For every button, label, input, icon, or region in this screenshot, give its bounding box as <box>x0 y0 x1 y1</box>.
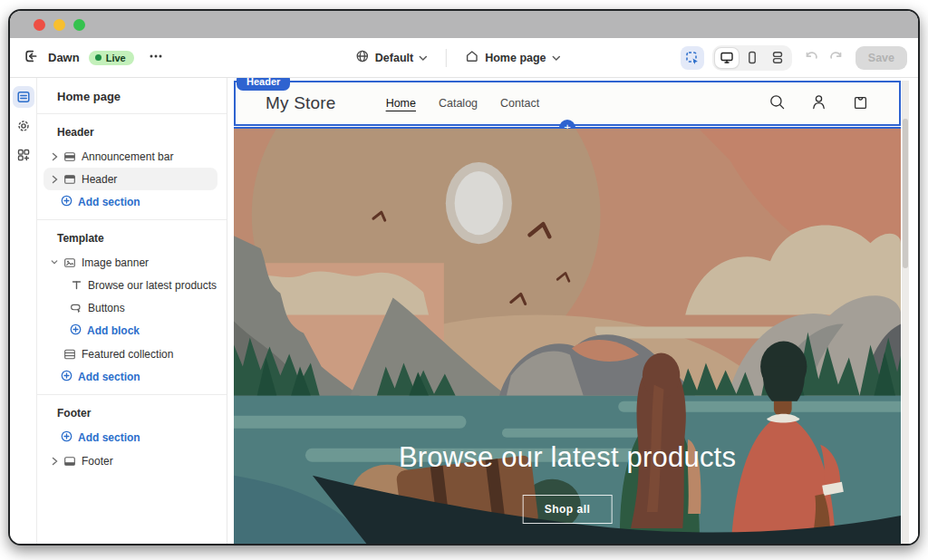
theme-name: Dawn <box>48 51 80 64</box>
sidebar-group-template: Template Image banner Browse our latest … <box>37 220 227 394</box>
add-section-button[interactable]: Add section <box>37 365 227 389</box>
announcement-bar-icon <box>63 150 76 163</box>
hero-heading: Browse our latest products <box>234 441 901 474</box>
add-section-button[interactable]: Add section <box>37 190 227 214</box>
chevron-down-icon <box>552 52 561 64</box>
toolbar-left-group: Dawn Live <box>10 48 163 68</box>
toolbar-divider <box>446 49 447 67</box>
nav-link-catalog[interactable]: Catalog <box>439 97 478 110</box>
group-label: Header <box>37 121 227 145</box>
text-block-icon <box>70 279 82 292</box>
editor-main: Home page Header Announcement bar Header… <box>10 78 918 546</box>
toolbar-right-group: Save <box>681 45 918 71</box>
storefront-preview: Header My Store Home Catalog Contact + <box>234 81 901 546</box>
shop-all-button[interactable]: Shop all <box>523 495 613 524</box>
mobile-preview-button[interactable] <box>740 48 764 68</box>
locale-selector[interactable]: Default <box>355 49 428 66</box>
browser-window: Dawn Live Default <box>8 9 920 546</box>
plus-circle-icon <box>70 323 82 338</box>
locale-selected-label: Default <box>375 52 413 64</box>
footer-section-icon <box>63 455 76 468</box>
hero-illustration <box>234 129 901 546</box>
add-block-button[interactable]: Add block <box>37 319 227 343</box>
chevron-right-icon[interactable] <box>51 152 58 161</box>
add-section-label: Add section <box>78 196 140 208</box>
store-header-icons <box>768 93 869 114</box>
toolbar-center-group: Default Home page <box>355 38 561 77</box>
section-row-announcement-bar[interactable]: Announcement bar <box>37 145 227 168</box>
desktop-preview-button[interactable] <box>715 48 739 68</box>
sidebar-page-title: Home page <box>37 78 227 113</box>
sidebar-group-header: Header Announcement bar Header Add secti… <box>37 114 227 219</box>
plus-circle-icon <box>61 430 72 445</box>
block-row-heading[interactable]: Browse our latest products <box>37 274 227 296</box>
section-label: Header <box>82 173 117 186</box>
add-section-label: Add section <box>78 431 140 444</box>
sections-sidebar: Home page Header Announcement bar Header… <box>37 78 227 546</box>
section-label: Announcement bar <box>82 150 173 163</box>
theme-preview-area: Header My Store Home Catalog Contact + <box>227 78 918 546</box>
chevron-down-icon <box>419 52 428 64</box>
plus-circle-icon <box>61 195 72 209</box>
featured-collection-icon <box>63 348 76 361</box>
add-section-label: Add section <box>78 371 140 383</box>
undo-icon[interactable] <box>804 49 819 66</box>
inspector-toggle-button[interactable] <box>681 46 704 70</box>
save-button[interactable]: Save <box>856 46 907 70</box>
section-row-featured-collection[interactable]: Featured collection <box>37 343 227 365</box>
history-buttons <box>804 49 844 66</box>
search-icon[interactable] <box>768 93 786 114</box>
live-label: Live <box>106 53 126 63</box>
device-preview-segmented-control <box>712 45 792 71</box>
block-label: Buttons <box>88 302 125 314</box>
rail-theme-settings-gear-icon[interactable] <box>13 115 34 137</box>
block-row-buttons[interactable]: Buttons <box>37 296 227 319</box>
section-label: Featured collection <box>82 348 173 361</box>
image-banner-icon <box>63 256 76 269</box>
section-row-header[interactable]: Header <box>44 168 218 190</box>
store-name[interactable]: My Store <box>266 93 336 113</box>
chevron-right-icon[interactable] <box>51 457 58 466</box>
fullscreen-preview-button[interactable] <box>766 48 789 68</box>
window-titlebar <box>10 11 918 38</box>
block-label: Browse our latest products <box>88 279 217 292</box>
account-icon[interactable] <box>810 93 827 114</box>
nav-link-home[interactable]: Home <box>386 97 416 110</box>
live-dot-icon <box>95 54 102 61</box>
group-label: Template <box>37 227 227 251</box>
minimize-window-button[interactable] <box>53 19 65 31</box>
left-icon-rail <box>10 78 37 546</box>
cart-icon[interactable] <box>852 93 869 114</box>
buttons-block-icon <box>70 302 82 314</box>
sidebar-group-footer: Footer Add section Footer <box>37 395 227 478</box>
add-section-button[interactable]: Add section <box>37 426 227 449</box>
more-options-button[interactable] <box>149 49 163 67</box>
header-section-icon <box>63 173 76 186</box>
selected-section-badge: Header <box>237 78 290 91</box>
page-selector[interactable]: Home page <box>465 49 560 66</box>
plus-circle-icon <box>61 370 72 384</box>
editor-toolbar: Dawn Live Default <box>10 38 918 78</box>
rail-sections-icon[interactable] <box>13 86 34 108</box>
group-label: Footer <box>37 401 227 426</box>
section-label: Image banner <box>82 256 149 269</box>
store-nav: Home Catalog Contact <box>386 97 540 110</box>
rail-apps-icon[interactable] <box>13 144 34 166</box>
add-block-label: Add block <box>87 324 140 337</box>
page-selected-label: Home page <box>485 52 546 64</box>
zoom-window-button[interactable] <box>73 19 85 31</box>
globe-icon <box>355 49 370 66</box>
section-row-footer[interactable]: Footer <box>37 449 227 472</box>
close-window-button[interactable] <box>34 19 45 31</box>
nav-link-contact[interactable]: Contact <box>500 97 539 110</box>
redo-icon[interactable] <box>828 49 844 66</box>
scrollbar-thumb[interactable] <box>903 119 908 268</box>
chevron-down-icon[interactable] <box>51 259 58 266</box>
exit-editor-icon[interactable] <box>23 48 39 68</box>
chevron-right-icon[interactable] <box>51 175 58 184</box>
image-banner-section[interactable]: Browse our latest products Shop all <box>234 129 901 546</box>
home-icon <box>465 49 479 66</box>
section-row-image-banner[interactable]: Image banner <box>37 251 227 274</box>
preview-scrollbar[interactable] <box>902 81 909 546</box>
live-status-badge: Live <box>89 51 134 65</box>
